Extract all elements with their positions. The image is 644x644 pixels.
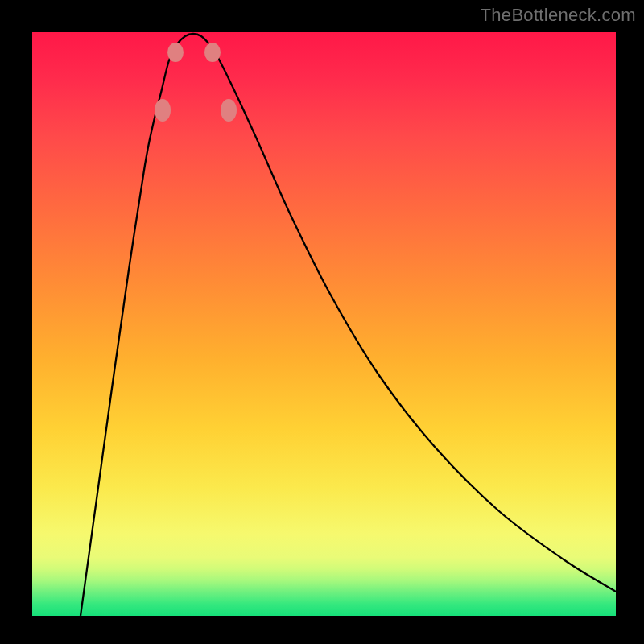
curve-markers bbox=[155, 43, 237, 122]
watermark-text: TheBottleneck.com bbox=[481, 5, 636, 26]
chart-frame: TheBottleneck.com bbox=[0, 0, 644, 644]
marker-right-upper bbox=[221, 99, 237, 122]
marker-right-lower bbox=[204, 43, 221, 62]
curve-layer bbox=[32, 32, 616, 616]
marker-left-lower bbox=[167, 43, 184, 62]
marker-left-upper bbox=[155, 99, 171, 122]
